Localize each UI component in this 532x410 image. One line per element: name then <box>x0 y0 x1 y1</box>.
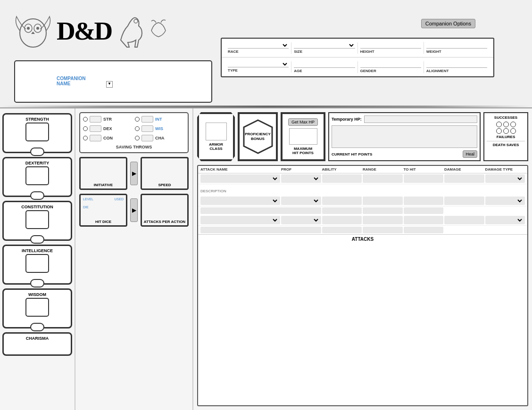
attack-3-type-select[interactable] <box>487 216 524 224</box>
str-save-label: STR <box>103 117 112 122</box>
attack-2-name-select[interactable] <box>202 197 279 205</box>
attack-desc-2-text[interactable] <box>200 207 321 214</box>
attack-3-to-hit[interactable] <box>363 216 403 224</box>
companion-name-label: COMPANION NAME <box>57 76 85 86</box>
success-circle-1[interactable] <box>496 122 502 127</box>
attack-1-damage-type-2[interactable] <box>485 174 525 183</box>
dex-proficiency-circle[interactable] <box>83 126 88 131</box>
get-max-hp-button[interactable]: Get Max HP <box>288 118 318 126</box>
speed-label: SPEED <box>142 183 187 187</box>
attack-1-prof-select[interactable] <box>283 174 320 183</box>
hitdice-add-button[interactable]: ▶ <box>130 198 138 222</box>
weight-value[interactable] <box>426 42 487 49</box>
proficiency-bonus-box: PROFICIENCY BONUS <box>238 112 278 161</box>
con-proficiency-circle[interactable] <box>83 136 88 140</box>
attack-1-name-select[interactable] <box>202 174 279 183</box>
wisdom-value[interactable] <box>25 298 49 317</box>
failure-circle-1[interactable] <box>496 128 502 134</box>
attack-2-damage-type[interactable] <box>444 197 484 205</box>
success-circle-2[interactable] <box>503 122 509 127</box>
attack-3-name-select[interactable] <box>202 216 279 224</box>
heal-button[interactable]: Heal <box>463 150 477 158</box>
attack-2-type-select[interactable] <box>487 197 524 205</box>
failure-circle-2[interactable] <box>503 128 509 134</box>
dragon-icon <box>149 19 168 42</box>
strength-value[interactable] <box>25 123 49 141</box>
failures-circles <box>487 128 525 134</box>
size-dropdown[interactable] <box>294 42 355 49</box>
char-info-row-1: RACE SIZE HEIGHT WEIGHT <box>222 39 493 57</box>
armor-class-value[interactable] <box>206 123 227 140</box>
wisdom-box: WISDOM <box>2 288 72 328</box>
companion-name-dropdown[interactable]: ▼ <box>106 81 113 88</box>
constitution-box: CONSTITUTION <box>2 201 72 241</box>
dexterity-box: DEXTERITY <box>2 157 72 197</box>
attack-row-3 <box>198 215 527 226</box>
attack-1-range[interactable] <box>322 174 362 183</box>
success-circle-3[interactable] <box>510 122 516 127</box>
type-dropdown[interactable] <box>228 61 289 67</box>
attack-3-prof-select[interactable] <box>283 216 320 224</box>
dexterity-modifier <box>30 191 44 200</box>
attack-3-hit-val[interactable] <box>363 227 403 233</box>
hit-dice-used-label: USED <box>115 197 124 201</box>
attack-2-hit-val[interactable] <box>363 207 403 214</box>
initiative-add-button[interactable]: ▶ <box>130 162 138 185</box>
attack-1-damage[interactable] <box>404 174 444 183</box>
attack-1-to-hit[interactable] <box>363 174 403 183</box>
attack-desc-3-text[interactable] <box>200 227 321 233</box>
intelligence-modifier <box>30 279 44 287</box>
attack-2-damage-type-2[interactable] <box>485 197 525 205</box>
attack-3-dmg-val[interactable] <box>404 227 444 233</box>
failure-circle-3[interactable] <box>510 128 516 134</box>
cha-proficiency-circle[interactable] <box>135 136 140 140</box>
initiative-value[interactable] <box>83 161 124 180</box>
attack-2-range-val[interactable] <box>322 207 362 214</box>
gender-value[interactable] <box>360 61 421 68</box>
wis-proficiency-circle[interactable] <box>135 126 140 131</box>
attack-3-name[interactable] <box>200 216 280 224</box>
current-hp-label: CURRENT HIT POINTS <box>332 152 372 156</box>
temporary-hp-label: Temporary HP: <box>332 117 362 122</box>
dexterity-value[interactable] <box>25 166 49 185</box>
character-name-banner <box>14 60 212 103</box>
attack-1-type-select[interactable] <box>487 174 524 183</box>
intelligence-value[interactable] <box>25 254 49 273</box>
attack-1-name[interactable] <box>200 174 280 183</box>
attack-3-range[interactable] <box>322 216 362 224</box>
alignment-value[interactable] <box>426 61 487 68</box>
attacks-desc-row-3 <box>198 226 527 234</box>
attack-2-dmg-val[interactable] <box>404 207 444 214</box>
attack-3-damage-type-2[interactable] <box>485 216 525 224</box>
speed-value[interactable] <box>144 161 185 180</box>
current-hp-value[interactable] <box>332 125 477 148</box>
attack-3-damage[interactable] <box>404 216 444 224</box>
temporary-hp-value[interactable] <box>364 115 477 123</box>
attack-2-damage[interactable] <box>404 197 444 205</box>
attack-3-damage-type[interactable] <box>444 216 484 224</box>
height-value[interactable] <box>360 42 421 49</box>
int-proficiency-circle[interactable] <box>135 117 140 122</box>
attack-2-name[interactable] <box>200 197 280 205</box>
wis-save-label: WIS <box>155 126 163 131</box>
attacks-table-header: ATTACK NAME PROF ABILITY RANGE TO HIT DA… <box>198 166 527 173</box>
attack-2-range[interactable] <box>322 197 362 205</box>
dex-save-label: DEX <box>103 126 112 131</box>
ability-header: ABILITY <box>322 167 362 172</box>
age-value[interactable] <box>294 61 355 68</box>
attack-2-prof-select[interactable] <box>283 197 320 205</box>
attacks-desc-row-2 <box>198 206 527 215</box>
attack-3-range-val[interactable] <box>322 227 362 233</box>
proficiency-bonus-label: PROFICIENCY BONUS <box>245 132 271 141</box>
attack-2-to-hit[interactable] <box>363 197 403 205</box>
attack-3-prof[interactable] <box>281 216 321 224</box>
attack-1-prof[interactable] <box>281 174 321 183</box>
max-hp-value[interactable] <box>289 128 317 145</box>
con-save-value <box>90 135 101 141</box>
str-proficiency-circle[interactable] <box>83 117 88 122</box>
attack-1-damage-type[interactable] <box>444 174 484 183</box>
race-dropdown[interactable] <box>228 42 289 49</box>
companion-options-button[interactable]: Companion Options <box>421 19 475 28</box>
attack-2-prof[interactable] <box>281 197 321 205</box>
constitution-value[interactable] <box>25 210 49 229</box>
